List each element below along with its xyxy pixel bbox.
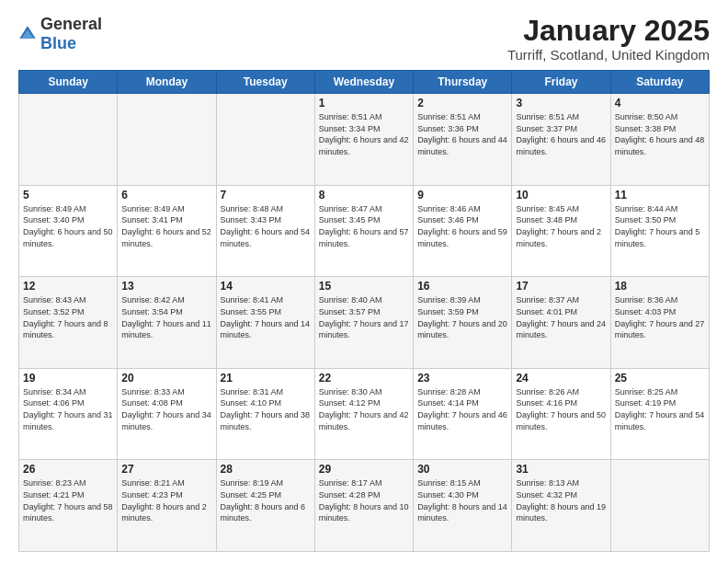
col-saturday: Saturday — [610, 71, 709, 94]
cell-week5-day3: 28Sunrise: 8:19 AMSunset: 4:25 PMDayligh… — [216, 460, 314, 552]
day-number: 25 — [615, 372, 705, 385]
day-info: Sunrise: 8:15 AMSunset: 4:30 PMDaylight:… — [417, 477, 507, 523]
day-number: 1 — [319, 97, 409, 109]
day-info: Sunrise: 8:48 AMSunset: 3:43 PMDaylight:… — [221, 203, 311, 249]
day-number: 7 — [221, 189, 311, 201]
cell-week4-day7: 25Sunrise: 8:25 AMSunset: 4:19 PMDayligh… — [610, 368, 709, 460]
day-info: Sunrise: 8:41 AMSunset: 3:55 PMDaylight:… — [221, 294, 311, 340]
cell-week3-day4: 15Sunrise: 8:40 AMSunset: 3:57 PMDayligh… — [314, 277, 413, 369]
cell-week4-day3: 21Sunrise: 8:31 AMSunset: 4:10 PMDayligh… — [216, 368, 314, 460]
cell-week2-day2: 6Sunrise: 8:49 AMSunset: 3:41 PMDaylight… — [118, 185, 216, 277]
cell-week1-day6: 3Sunrise: 8:51 AMSunset: 3:37 PMDaylight… — [512, 94, 610, 186]
day-info: Sunrise: 8:23 AMSunset: 4:21 PMDaylight:… — [23, 477, 113, 523]
day-number: 6 — [121, 189, 211, 201]
page: General Blue January 2025 Turriff, Scotl… — [0, 0, 728, 563]
day-number: 19 — [23, 372, 113, 385]
cell-week1-day1 — [19, 94, 118, 186]
day-info: Sunrise: 8:45 AMSunset: 3:48 PMDaylight:… — [516, 203, 606, 249]
day-info: Sunrise: 8:30 AMSunset: 4:12 PMDaylight:… — [319, 386, 409, 432]
day-info: Sunrise: 8:44 AMSunset: 3:50 PMDaylight:… — [615, 203, 705, 249]
day-info: Sunrise: 8:49 AMSunset: 3:41 PMDaylight:… — [121, 203, 211, 249]
col-tuesday: Tuesday — [216, 71, 314, 94]
col-wednesday: Wednesday — [314, 71, 413, 94]
cell-week1-day3 — [216, 94, 314, 186]
day-number: 13 — [121, 280, 211, 293]
logo-blue: Blue — [40, 34, 76, 52]
day-info: Sunrise: 8:21 AMSunset: 4:23 PMDaylight:… — [121, 477, 211, 523]
cell-week4-day6: 24Sunrise: 8:26 AMSunset: 4:16 PMDayligh… — [512, 368, 610, 460]
week-row-2: 5Sunrise: 8:49 AMSunset: 3:40 PMDaylight… — [19, 185, 710, 277]
day-info: Sunrise: 8:46 AMSunset: 3:46 PMDaylight:… — [417, 203, 507, 249]
day-number: 12 — [23, 280, 113, 293]
cell-week3-day7: 18Sunrise: 8:36 AMSunset: 4:03 PMDayligh… — [610, 277, 709, 369]
day-number: 9 — [417, 189, 507, 201]
generalblue-icon — [18, 25, 37, 43]
calendar-table: Sunday Monday Tuesday Wednesday Thursday… — [18, 70, 710, 552]
cell-week4-day1: 19Sunrise: 8:34 AMSunset: 4:06 PMDayligh… — [19, 368, 118, 460]
day-number: 16 — [417, 280, 507, 293]
day-info: Sunrise: 8:33 AMSunset: 4:08 PMDaylight:… — [121, 386, 211, 432]
cell-week1-day2 — [118, 94, 216, 186]
cell-week4-day2: 20Sunrise: 8:33 AMSunset: 4:08 PMDayligh… — [118, 368, 216, 460]
col-monday: Monday — [118, 71, 216, 94]
day-info: Sunrise: 8:28 AMSunset: 4:14 PMDaylight:… — [417, 386, 507, 432]
day-number: 4 — [615, 97, 705, 109]
cell-week2-day4: 8Sunrise: 8:47 AMSunset: 3:45 PMDaylight… — [314, 185, 413, 277]
day-number: 23 — [417, 372, 507, 385]
cell-week3-day1: 12Sunrise: 8:43 AMSunset: 3:52 PMDayligh… — [19, 277, 118, 369]
cell-week3-day6: 17Sunrise: 8:37 AMSunset: 4:01 PMDayligh… — [512, 277, 610, 369]
day-info: Sunrise: 8:51 AMSunset: 3:36 PMDaylight:… — [417, 111, 507, 157]
day-info: Sunrise: 8:40 AMSunset: 3:57 PMDaylight:… — [319, 294, 409, 340]
day-info: Sunrise: 8:19 AMSunset: 4:25 PMDaylight:… — [221, 477, 311, 523]
cell-week1-day7: 4Sunrise: 8:50 AMSunset: 3:38 PMDaylight… — [610, 94, 709, 186]
week-row-5: 26Sunrise: 8:23 AMSunset: 4:21 PMDayligh… — [19, 460, 710, 552]
day-info: Sunrise: 8:34 AMSunset: 4:06 PMDaylight:… — [23, 386, 113, 432]
day-number: 31 — [516, 463, 606, 476]
calendar-location: Turriff, Scotland, United Kingdom — [507, 47, 710, 63]
day-number: 11 — [615, 189, 705, 201]
day-number: 3 — [516, 97, 606, 109]
day-number: 18 — [615, 280, 705, 293]
day-info: Sunrise: 8:43 AMSunset: 3:52 PMDaylight:… — [23, 294, 113, 340]
cell-week5-day6: 31Sunrise: 8:13 AMSunset: 4:32 PMDayligh… — [512, 460, 610, 552]
cell-week5-day2: 27Sunrise: 8:21 AMSunset: 4:23 PMDayligh… — [118, 460, 216, 552]
day-number: 17 — [516, 280, 606, 293]
col-sunday: Sunday — [19, 71, 118, 94]
day-number: 22 — [319, 372, 409, 385]
calendar-month-title: January 2025 — [507, 15, 710, 47]
cell-week2-day7: 11Sunrise: 8:44 AMSunset: 3:50 PMDayligh… — [610, 185, 709, 277]
cell-week1-day4: 1Sunrise: 8:51 AMSunset: 3:34 PMDaylight… — [314, 94, 413, 186]
cell-week2-day5: 9Sunrise: 8:46 AMSunset: 3:46 PMDaylight… — [414, 185, 512, 277]
day-info: Sunrise: 8:47 AMSunset: 3:45 PMDaylight:… — [319, 203, 409, 249]
day-info: Sunrise: 8:36 AMSunset: 4:03 PMDaylight:… — [615, 294, 705, 340]
day-info: Sunrise: 8:51 AMSunset: 3:37 PMDaylight:… — [516, 111, 606, 157]
logo-text: General Blue — [40, 15, 102, 53]
cell-week3-day2: 13Sunrise: 8:42 AMSunset: 3:54 PMDayligh… — [118, 277, 216, 369]
cell-week5-day5: 30Sunrise: 8:15 AMSunset: 4:30 PMDayligh… — [414, 460, 512, 552]
day-number: 28 — [221, 463, 311, 476]
calendar-header-row: Sunday Monday Tuesday Wednesday Thursday… — [19, 71, 710, 94]
day-number: 30 — [417, 463, 507, 476]
day-number: 29 — [319, 463, 409, 476]
day-number: 15 — [319, 280, 409, 293]
cell-week2-day1: 5Sunrise: 8:49 AMSunset: 3:40 PMDaylight… — [19, 185, 118, 277]
cell-week2-day3: 7Sunrise: 8:48 AMSunset: 3:43 PMDaylight… — [216, 185, 314, 277]
day-number: 8 — [319, 189, 409, 201]
day-info: Sunrise: 8:51 AMSunset: 3:34 PMDaylight:… — [319, 111, 409, 157]
header: General Blue January 2025 Turriff, Scotl… — [18, 15, 710, 63]
day-info: Sunrise: 8:50 AMSunset: 3:38 PMDaylight:… — [615, 111, 705, 157]
logo-general: General — [40, 15, 102, 33]
logo: General Blue — [18, 15, 102, 53]
day-number: 26 — [23, 463, 113, 476]
week-row-3: 12Sunrise: 8:43 AMSunset: 3:52 PMDayligh… — [19, 277, 710, 369]
day-info: Sunrise: 8:31 AMSunset: 4:10 PMDaylight:… — [221, 386, 311, 432]
week-row-1: 1Sunrise: 8:51 AMSunset: 3:34 PMDaylight… — [19, 94, 710, 186]
day-info: Sunrise: 8:37 AMSunset: 4:01 PMDaylight:… — [516, 294, 606, 340]
day-number: 10 — [516, 189, 606, 201]
day-info: Sunrise: 8:13 AMSunset: 4:32 PMDaylight:… — [516, 477, 606, 523]
cell-week2-day6: 10Sunrise: 8:45 AMSunset: 3:48 PMDayligh… — [512, 185, 610, 277]
day-info: Sunrise: 8:25 AMSunset: 4:19 PMDaylight:… — [615, 386, 705, 432]
cell-week4-day5: 23Sunrise: 8:28 AMSunset: 4:14 PMDayligh… — [414, 368, 512, 460]
day-number: 14 — [221, 280, 311, 293]
day-info: Sunrise: 8:42 AMSunset: 3:54 PMDaylight:… — [121, 294, 211, 340]
